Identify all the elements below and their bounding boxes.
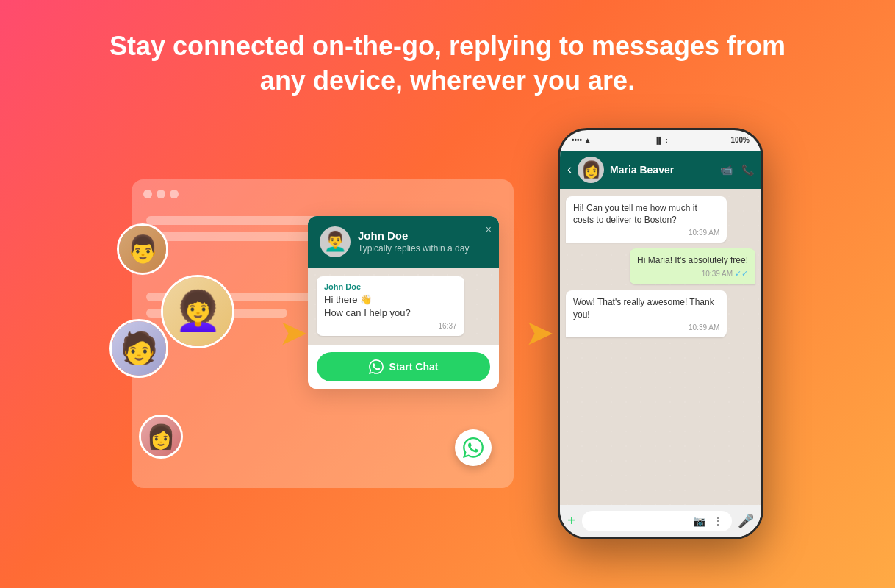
phone-chat-header: ‹ 👩 Maria Beaver 📹 📞 [560,151,761,189]
chat-widget-status: Typically replies within a day [358,243,469,254]
chat-widget[interactable]: 👨‍🦱 John Doe Typically replies within a … [308,216,499,389]
video-call-icon[interactable]: 📹 [720,164,733,176]
msg-text: Wow! That's really awesome! Thank you! [573,296,719,321]
msg-time: 10:39 AM [702,270,733,278]
phone-contact-name: Maria Beaver [610,164,714,176]
input-icons: 📷 ⋮ [693,515,723,527]
start-chat-button[interactable]: Start Chat [317,352,490,381]
browser-dot-yellow [157,190,165,198]
chat-widget-avatar: 👨‍🦱 [320,226,351,257]
phone-call-icon[interactable]: 📞 [741,164,754,176]
message-received-1: Hi! Can you tell me how much it costs to… [566,196,727,243]
whatsapp-icon [369,359,384,374]
left-arrow: ➤ [278,315,308,351]
msg-time: 10:39 AM [689,323,719,331]
camera-icon[interactable]: 📷 [693,515,705,527]
msg-meta: 10:39 AM ✓✓ [637,269,748,279]
whatsapp-fab[interactable] [455,429,492,466]
more-icon[interactable]: ⋮ [713,515,723,527]
phone-messages: Hi! Can you tell me how much it costs to… [560,189,761,505]
back-button[interactable]: ‹ [567,162,572,177]
message-received-2: Wow! That's really awesome! Thank you! 1… [566,290,727,337]
phone-header-icons: 📹 📞 [720,164,754,176]
phone-input-area: + 📷 ⋮ 🎤 [560,505,761,537]
browser-dot-green [170,190,179,198]
bubble-text: Hi there 👋How can I help you? [324,293,457,320]
bubble-sender: John Doe [324,282,457,291]
msg-time: 10:39 AM [689,229,719,237]
page-headline: Stay connected on-the-go, replying to me… [0,0,895,113]
avatar-2: 🧑 [109,319,168,378]
content-area: 👨 👩‍🦱 🧑 👩 ➤ 👨‍🦱 John Doe Typically r [0,113,895,554]
msg-text: Hi Maria! It's absolutely free! [637,254,748,267]
phone-battery: 100% [730,136,750,144]
close-icon[interactable]: × [486,223,492,235]
start-chat-label: Start Chat [389,361,439,373]
plus-icon[interactable]: + [567,512,576,529]
phone-contact-avatar: 👩 [578,157,604,183]
phone-message-input[interactable]: 📷 ⋮ [582,511,732,531]
bubble-time: 16:37 [324,322,457,330]
msg-meta: 10:39 AM [573,323,719,331]
browser-topbar [132,179,514,209]
browser-dot-red [143,190,152,198]
browser-window: 👨 👩‍🦱 🧑 👩 ➤ 👨‍🦱 John Doe Typically r [132,179,514,488]
browser-line [146,232,323,241]
phone-chat: ‹ 👩 Maria Beaver 📹 📞 Hi! Can you tell me… [560,151,761,537]
phone-status-bar: •••• ▲ ▐▌ : 100% [560,130,761,151]
chat-widget-name: John Doe [358,229,469,242]
avatar-1: 👨 [117,223,168,275]
avatar-3: 👩 [139,415,183,459]
phone-signal: •••• ▲ [572,136,592,144]
chat-widget-header: 👨‍🦱 John Doe Typically replies within a … [308,216,499,268]
msg-check-icon: ✓✓ [735,269,748,279]
message-sent-1: Hi Maria! It's absolutely free! 10:39 AM… [630,248,755,284]
chat-widget-body: John Doe Hi there 👋How can I help you? 1… [308,268,499,345]
phone-mock: •••• ▲ ▐▌ : 100% ‹ 👩 Maria Beaver 📹 📞 [558,128,763,539]
chat-bubble: John Doe Hi there 👋How can I help you? 1… [317,276,464,336]
chat-widget-info: John Doe Typically replies within a day [358,229,469,254]
whatsapp-fab-icon [463,437,484,458]
avatar-4: 👩‍🦱 [161,275,234,348]
chat-widget-footer: Start Chat [308,345,499,389]
mic-icon[interactable]: 🎤 [738,513,754,529]
right-arrow: ➤ [525,315,554,351]
msg-text: Hi! Can you tell me how much it costs to… [573,202,719,227]
msg-meta: 10:39 AM [573,229,719,237]
phone-time: ▐▌ : [654,137,667,144]
